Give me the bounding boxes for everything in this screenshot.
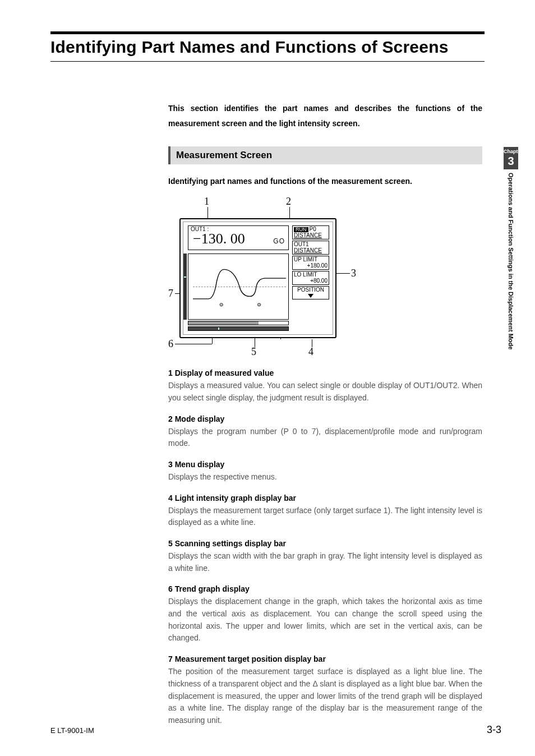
item-body: Displays a measured value. You can selec… [168, 380, 482, 404]
callout-2: 2 [286, 196, 291, 208]
item: 6 Trend graph displayDisplays the displa… [168, 584, 482, 644]
item-title: 7 Measurement target position display ba… [168, 654, 482, 663]
page-title: Identifying Part Names and Functions of … [50, 38, 485, 62]
run-badge: RUN [294, 227, 308, 232]
position-label: POSITION [297, 287, 324, 293]
callout-5: 5 [251, 346, 256, 358]
item-title: 6 Trend graph display [168, 584, 482, 593]
go-label: GO [273, 237, 285, 245]
uplimit-val: +180.00 [294, 263, 328, 269]
svg-point-1 [257, 303, 261, 306]
callout-7: 7 [168, 288, 173, 299]
item: 3 Menu displayDisplays the respective me… [168, 460, 482, 483]
measured-value: −130. 00 [188, 231, 245, 247]
uplimit-box: UP LIMIT +180.00 [292, 256, 329, 270]
item: 7 Measurement target position display ba… [168, 654, 482, 726]
measurement-screen-figure: 1 2 3 4 5 6 7 OUT1 : [168, 196, 365, 358]
item-title: 3 Menu display [168, 460, 482, 469]
item: 2 Mode displayDisplays the program numbe… [168, 414, 482, 450]
callout-4: 4 [308, 346, 313, 358]
item-title: 1 Display of measured value [168, 368, 482, 377]
chapter-label: Chapter [504, 147, 518, 155]
callout-1: 1 [204, 196, 209, 208]
item-body: The position of the measurement target s… [168, 666, 482, 726]
item-title: 2 Mode display [168, 414, 482, 423]
section-heading: Measurement Screen [168, 146, 482, 164]
item-body: Displays the program number (P 0 to 7), … [168, 426, 482, 450]
out1-sub: DISTANCE [294, 248, 328, 254]
chapter-number: 3 [504, 155, 518, 169]
lolimit-val: +80.00 [294, 278, 328, 284]
position-box: POSITION [292, 286, 329, 299]
mode-distance: DISTANCE [294, 233, 328, 239]
sub-intro-text: Identifying part names and functions of … [168, 177, 482, 186]
footer-page-number: 3-3 [487, 724, 501, 736]
item-list: 1 Display of measured valueDisplays a me… [168, 368, 482, 726]
mode-box: RUN P0 DISTANCE [292, 225, 329, 239]
callout-6: 6 [168, 338, 173, 350]
item-title: 4 Light intensity graph display bar [168, 494, 482, 503]
trend-graph [188, 253, 289, 320]
svg-point-0 [220, 303, 223, 306]
out1-box: OUT1 DISTANCE [292, 241, 329, 255]
item: 1 Display of measured valueDisplays a me… [168, 368, 482, 404]
down-arrow-icon [308, 294, 313, 298]
item-title: 5 Scanning settings display bar [168, 539, 482, 548]
item-body: Displays the respective menus. [168, 471, 482, 483]
intensity-bar [188, 326, 289, 331]
item-body: Displays the displacement change in the … [168, 596, 482, 644]
item: 4 Light intensity graph display barDispl… [168, 494, 482, 529]
callout-3: 3 [351, 268, 356, 279]
footer-doc-id: E LT-9001-IM [50, 726, 94, 735]
item-body: Displays the measurement target surface … [168, 505, 482, 529]
item-body: Displays the scan width with the bar gra… [168, 550, 482, 574]
scan-bar [188, 321, 289, 325]
intro-text: This section identifies the part names a… [168, 101, 482, 131]
item: 5 Scanning settings display barDisplays … [168, 539, 482, 574]
lolimit-box: LO LIMIT +80.00 [292, 271, 329, 285]
chapter-tab: Chapter 3 Operations and Function Settin… [504, 147, 518, 382]
chapter-title: Operations and Function Settings in the … [504, 169, 518, 377]
